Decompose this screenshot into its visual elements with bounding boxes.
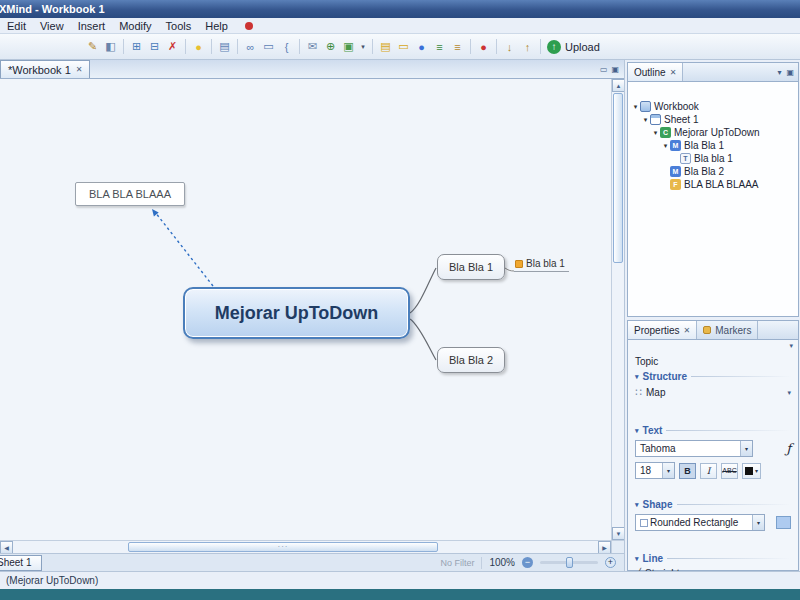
tab-workbook-1[interactable]: *Workbook 1 ✕ (0, 60, 90, 78)
marker-icon (703, 326, 711, 334)
section-line[interactable]: ▾ Line (628, 551, 798, 565)
expand-arrow-icon[interactable]: ▾ (661, 142, 670, 150)
numbering-icon[interactable]: ≡ (449, 38, 466, 55)
export-icon[interactable]: ↓ (501, 38, 518, 55)
close-tab-icon[interactable]: ✕ (76, 65, 83, 74)
label-tag-icon (515, 260, 523, 268)
task-info-icon[interactable]: ≡ (431, 38, 448, 55)
zoom-in-button[interactable]: + (605, 557, 616, 568)
strikethrough-button[interactable]: ABC (721, 463, 738, 479)
structure-dropdown-icon[interactable]: ▾ (787, 389, 791, 397)
vertical-scroll-thumb[interactable] (613, 93, 623, 263)
audio-notes-icon[interactable]: ● (413, 38, 430, 55)
new-sheet-icon[interactable]: ▤ (216, 38, 233, 55)
expand-arrow-icon[interactable]: ▾ (651, 129, 660, 137)
menu-modify[interactable]: Modify (112, 18, 158, 33)
combo-arrow-icon[interactable]: ▾ (752, 515, 764, 530)
tab-outline[interactable]: Outline ✕ (628, 63, 683, 81)
horizontal-scrollbar[interactable]: ◀ ▶ (0, 540, 611, 553)
menu-edit[interactable]: Edit (0, 18, 33, 33)
maximize-view-icon[interactable]: ▣ (611, 65, 619, 74)
filter-status[interactable]: No Filter (440, 558, 474, 568)
label-icon[interactable]: ▭ (395, 38, 412, 55)
section-structure[interactable]: ▾ Structure (628, 369, 798, 383)
horizontal-scroll-thumb[interactable] (128, 542, 438, 552)
upload-button[interactable]: Upload (565, 41, 600, 53)
font-row: Tahoma ▾ ƒ (628, 437, 798, 459)
fill-color-swatch[interactable] (776, 516, 791, 529)
tree-item-label: BLA BLA BLAAA (684, 179, 759, 190)
expand-arrow-icon[interactable]: ▾ (641, 116, 650, 124)
tree-item-workbook[interactable]: ▾ Workbook (628, 100, 798, 113)
edit-icon[interactable]: ✎ (84, 38, 101, 55)
structure-row[interactable]: ∷ Map ▾ (628, 383, 798, 401)
record-icon[interactable]: ● (475, 38, 492, 55)
tree-item-sheet-1[interactable]: ▾ Sheet 1 (628, 113, 798, 126)
floating-topic[interactable]: BLA BLA BLAAA (75, 182, 185, 206)
upload-icon[interactable]: ↑ (547, 40, 561, 54)
tab-properties[interactable]: Properties ✕ (628, 321, 697, 339)
menu-help[interactable]: Help (198, 18, 235, 33)
close-panel-icon[interactable]: ✕ (670, 68, 677, 77)
lightbulb-icon[interactable]: ● (190, 38, 207, 55)
italic-button[interactable]: I (700, 463, 717, 479)
attachment-icon[interactable]: ✉ (304, 38, 321, 55)
import-icon[interactable]: ↑ (519, 38, 536, 55)
menu-view[interactable]: View (33, 18, 71, 33)
section-shape[interactable]: ▾ Shape (628, 497, 798, 511)
maximize-panel-icon[interactable]: ▣ (786, 68, 794, 77)
panel-menu-icon[interactable]: ▾ (789, 342, 793, 350)
mindmap-canvas[interactable]: BLA BLA BLAAA Mejorar UpToDown Bla Bla 1… (0, 79, 611, 540)
delete-icon[interactable]: ✗ (164, 38, 181, 55)
collapse-section-icon[interactable]: ▾ (635, 501, 639, 509)
notes-icon[interactable]: ▤ (377, 38, 394, 55)
collapse-section-icon[interactable]: ▾ (635, 373, 639, 381)
font-style-row: 18 ▾ B I ABC ▾ (628, 459, 798, 481)
insert-image-icon[interactable]: ▣ (340, 38, 357, 55)
tree-item-central-topic[interactable]: ▾ C Mejorar UpToDown (628, 126, 798, 139)
tree-item-bla-bla-2[interactable]: ▾ M Bla Bla 2 (628, 165, 798, 178)
font-family-select[interactable]: Tahoma ▾ (635, 440, 753, 457)
subtopic-bla-bla-2[interactable]: Bla Bla 2 (437, 347, 505, 373)
tree-item-bla-bla-1[interactable]: ▾ M Bla Bla 1 (628, 139, 798, 152)
insert-topic-icon[interactable]: ⊞ (128, 38, 145, 55)
combo-arrow-icon[interactable]: ▾ (740, 441, 752, 456)
menu-tools[interactable]: Tools (159, 18, 199, 33)
shape-preview-icon (640, 519, 648, 527)
tab-markers[interactable]: Markers (697, 321, 758, 339)
bold-button[interactable]: B (679, 463, 696, 479)
view-menu-icon[interactable]: ▾ (777, 68, 781, 77)
font-script-icon[interactable]: ƒ (786, 441, 791, 456)
zoom-slider[interactable] (540, 561, 598, 564)
tree-item-bla-bla-blaaa[interactable]: ▾ F BLA BLA BLAAA (628, 178, 798, 191)
format-brush-icon[interactable]: ◧ (102, 38, 119, 55)
image-dropdown-icon[interactable]: ▾ (358, 38, 368, 55)
relationship-icon[interactable]: ∞ (242, 38, 259, 55)
status-text: (Mejorar UpToDown) (6, 575, 98, 586)
collapse-section-icon[interactable]: ▾ (635, 427, 639, 435)
boundary-icon[interactable]: ▭ (260, 38, 277, 55)
collapse-section-icon[interactable]: ▾ (635, 555, 639, 563)
font-size-select[interactable]: 18 ▾ (635, 462, 675, 479)
combo-arrow-icon[interactable]: ▾ (662, 463, 674, 478)
summary-icon[interactable]: { (278, 38, 295, 55)
section-text[interactable]: ▾ Text (628, 423, 798, 437)
close-panel-icon[interactable]: ✕ (684, 326, 691, 335)
minimize-view-icon[interactable]: ▭ (600, 65, 608, 74)
expand-arrow-icon[interactable]: ▾ (631, 103, 640, 111)
section-title: Shape (643, 499, 673, 510)
zoom-out-button[interactable]: − (522, 557, 533, 568)
menu-insert[interactable]: Insert (71, 18, 113, 33)
vertical-scrollbar[interactable]: ▲ ▼ (611, 79, 624, 540)
zoom-level[interactable]: 100% (489, 557, 515, 568)
insert-subtopic-icon[interactable]: ⊟ (146, 38, 163, 55)
font-color-button[interactable]: ▾ (742, 463, 761, 479)
hyperlink-icon[interactable]: ⊕ (322, 38, 339, 55)
sheet-tab[interactable]: Sheet 1 (0, 555, 42, 571)
central-topic[interactable]: Mejorar UpToDown (183, 287, 410, 339)
zoom-slider-thumb[interactable] (566, 557, 573, 568)
subtopic-bla-bla-1[interactable]: Bla Bla 1 (437, 254, 505, 280)
tree-item-bla-bla-1-label[interactable]: ▾ T Bla bla 1 (628, 152, 798, 165)
shape-select[interactable]: Rounded Rectangle ▾ (635, 514, 765, 531)
topic-label[interactable]: Bla bla 1 (514, 258, 569, 272)
